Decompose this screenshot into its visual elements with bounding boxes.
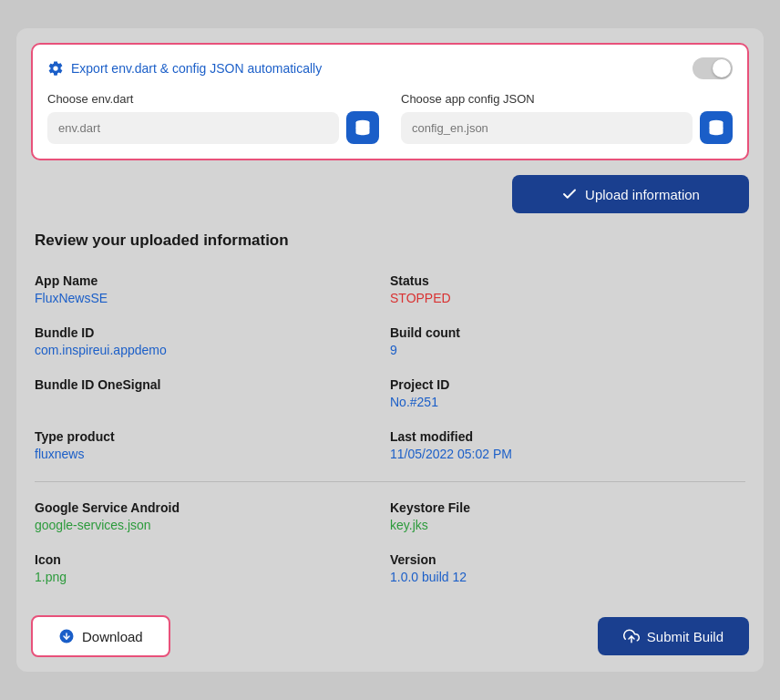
info-cell-icon: Icon 1.png [35, 545, 390, 597]
export-header: Export env.dart & config JSON automatica… [47, 57, 733, 79]
section-divider [35, 481, 745, 482]
env-file-group: Choose env.dart [47, 92, 379, 144]
config-label: Choose app config JSON [401, 92, 733, 106]
checkmark-icon [561, 186, 578, 202]
info-cell-bundle-id: Bundle ID com.inspireui.appdemo [35, 318, 390, 370]
build-count-label: Build count [390, 325, 745, 340]
bottom-row: Download Submit Build [31, 615, 749, 657]
status-label: Status [390, 273, 745, 288]
env-file-button[interactable] [346, 111, 379, 144]
info-cell-build-count: Build count 9 [390, 318, 745, 370]
project-id-label: Project ID [390, 377, 745, 392]
toggle-knob [713, 59, 731, 77]
status-value: STOPPED [390, 291, 745, 305]
upload-row: Upload information [31, 175, 749, 213]
export-title-text: Export env.dart & config JSON automatica… [71, 61, 322, 76]
bundle-id-value: com.inspireui.appdemo [35, 343, 390, 357]
type-product-value: fluxnews [35, 447, 390, 461]
cloud-upload-icon [623, 628, 640, 644]
export-panel: Export env.dart & config JSON automatica… [31, 43, 749, 160]
build-count-value: 9 [390, 343, 745, 357]
upload-button[interactable]: Upload information [512, 175, 749, 213]
version-label: Version [390, 552, 745, 567]
file-row: Choose env.dart Choose app config JSON [47, 92, 733, 144]
gear-icon [47, 60, 64, 77]
review-title: Review your uploaded information [35, 232, 745, 250]
last-modified-label: Last modified [390, 429, 745, 444]
keystore-value: key.jks [390, 518, 745, 532]
export-toggle[interactable] [693, 57, 733, 79]
env-input[interactable] [47, 112, 339, 144]
app-name-label: App Name [35, 273, 390, 288]
project-id-value: No.#251 [390, 395, 745, 409]
config-input[interactable] [401, 112, 693, 144]
info-cell-type-product: Type product fluxnews [35, 422, 390, 474]
last-modified-value: 11/05/2022 05:02 PM [390, 447, 745, 461]
app-name-value: FluxNewsSE [35, 291, 390, 305]
upload-button-label: Upload information [585, 187, 700, 202]
icon-label: Icon [35, 552, 390, 567]
config-file-group: Choose app config JSON [401, 92, 733, 144]
bundle-id-onesignal-label: Bundle ID OneSignal [35, 377, 390, 392]
keystore-label: Keystore File [390, 500, 745, 515]
google-service-label: Google Service Android [35, 500, 390, 515]
download-button[interactable]: Download [31, 615, 170, 657]
submit-button[interactable]: Submit Build [598, 617, 749, 655]
icon-value: 1.png [35, 570, 390, 584]
env-input-row [47, 111, 379, 144]
review-section: Review your uploaded information App Nam… [31, 232, 749, 597]
export-title: Export env.dart & config JSON automatica… [47, 60, 322, 77]
info-cell-bundle-id-onesignal: Bundle ID OneSignal [35, 370, 390, 422]
google-service-value: google-services.json [35, 518, 390, 532]
version-value: 1.0.0 build 12 [390, 570, 745, 584]
info-cell-last-modified: Last modified 11/05/2022 05:02 PM [390, 422, 745, 474]
config-input-row [401, 111, 733, 144]
database-icon [354, 118, 372, 137]
info-cell-version: Version 1.0.0 build 12 [390, 545, 745, 597]
info-cell-status: Status STOPPED [390, 266, 745, 318]
database-icon-2 [707, 118, 725, 137]
env-label: Choose env.dart [47, 92, 379, 106]
download-icon [58, 628, 75, 644]
type-product-label: Type product [35, 429, 390, 444]
info-cell-google-service: Google Service Android google-services.j… [35, 493, 390, 545]
download-button-label: Download [82, 629, 143, 644]
info-grid: App Name FluxNewsSE Status STOPPED Bundl… [35, 266, 745, 597]
info-cell-keystore: Keystore File key.jks [390, 493, 745, 545]
bundle-id-label: Bundle ID [35, 325, 390, 340]
info-cell-project-id: Project ID No.#251 [390, 370, 745, 422]
config-file-button[interactable] [700, 111, 733, 144]
main-container: Export env.dart & config JSON automatica… [16, 28, 764, 672]
info-cell-app-name: App Name FluxNewsSE [35, 266, 390, 318]
submit-button-label: Submit Build [647, 629, 724, 644]
